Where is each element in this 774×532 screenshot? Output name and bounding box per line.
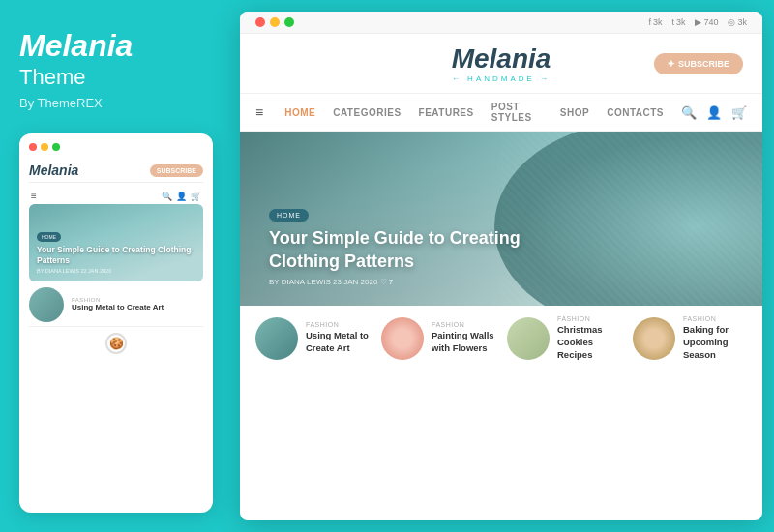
dot-yellow [41,143,48,151]
social-instagram[interactable]: ◎ 3k [728,17,747,27]
mobile-post-thumbnail [29,287,64,322]
nav-item-contacts[interactable]: CONTACTS [607,107,664,118]
mobile-hero-author: BY DIANA LEWIS 22 JAN 2020 [37,268,195,274]
nav-item-home[interactable]: HOME [284,107,315,118]
social-twitter[interactable]: t 3k [671,17,685,27]
post-category-1: FASHION [306,321,370,328]
dot-green [52,143,60,151]
desktop-dot-green [284,17,294,27]
desktop-subscribe-button[interactable]: ✈ SUBSCRIBE [654,53,743,74]
facebook-icon: f [648,17,651,27]
post-title-1: Using Metal to Create Art [306,330,370,355]
post-thumbnail-3 [507,317,550,360]
desktop-cart-icon[interactable]: 🛒 [731,105,747,120]
youtube-count: 740 [703,17,718,27]
desktop-nav-icons: 🔍 👤 🛒 [681,105,747,120]
desktop-post-card-2[interactable]: FASHION Painting Walls with Flowers [381,315,495,361]
post-thumbnail-2 [381,317,424,360]
post-info-3: FASHION Christmas Cookies Recipes [557,315,621,361]
desktop-post-card-1[interactable]: FASHION Using Metal to Create Art [255,315,370,361]
brand-subtitle: Theme [19,65,213,90]
mobile-nav-icons: 🔍 👤 🛒 [162,192,201,201]
post-thumbnail-1 [255,317,298,360]
desktop-hamburger-icon[interactable]: ≡ [255,104,263,120]
mobile-search-icon[interactable]: 🔍 [162,192,172,201]
desktop-posts-row: FASHION Using Metal to Create Art FASHIO… [240,306,762,370]
mobile-preview: Melania SUBSCRIBE ≡ 🔍 👤 🛒 HOME Your Simp… [19,133,213,513]
desktop-hero: HOME Your Simple Guide to Creating Cloth… [240,132,762,306]
mobile-cookie-area: 🍪 [29,333,203,354]
post-thumbnail-4 [633,317,675,360]
brand-by: By ThemeREX [19,96,213,110]
mobile-header: Melania SUBSCRIBE [29,159,203,183]
desktop-logo: Melania ← HANDMADE → [380,44,622,83]
desktop-hero-content: HOME Your Simple Guide to Creating Cloth… [269,204,579,286]
desktop-window-dots [255,17,294,27]
desktop-post-card-4[interactable]: FASHION Baking for Upcoming Season [633,315,747,361]
nav-item-features[interactable]: FEATURES [419,107,474,118]
desktop-search-icon[interactable]: 🔍 [681,105,697,120]
dot-red [29,143,37,151]
desktop-site-header: Melania ← HANDMADE → ✈ SUBSCRIBE [240,34,762,94]
brand-name: Melania [19,29,213,63]
desktop-user-icon[interactable]: 👤 [706,105,722,120]
mobile-window-dots [29,143,203,151]
desktop-dot-red [255,17,265,27]
left-panel: Melania Theme By ThemeREX Melania SUBSCR… [0,0,232,532]
desktop-home-badge: HOME [269,209,309,222]
post-category-4: FASHION [683,315,747,322]
mobile-user-icon[interactable]: 👤 [176,192,187,201]
mobile-post-item: FASHION Using Metal to Create Art [29,287,203,327]
desktop-hero-title: Your Simple Guide to Creating Clothing P… [269,227,579,273]
cookie-icon[interactable]: 🍪 [105,333,127,354]
mobile-cart-icon[interactable]: 🛒 [191,192,201,201]
desktop-dot-yellow [270,17,280,27]
post-title-4: Baking for Upcoming Season [683,324,747,361]
mobile-hero-content: HOME Your Simple Guide to Creating Cloth… [37,225,195,274]
desktop-logo-name: Melania [452,44,551,74]
mobile-hero-title: Your Simple Guide to Creating Clothing P… [37,245,195,266]
nav-item-categories[interactable]: CATEGORIES [333,107,401,118]
desktop-logo-tagline: ← HANDMADE → [452,74,551,83]
post-title-3: Christmas Cookies Recipes [557,324,621,361]
mobile-subscribe-button[interactable]: SUBSCRIBE [150,164,203,177]
mobile-hamburger-icon[interactable]: ≡ [31,191,37,201]
post-info-2: FASHION Painting Walls with Flowers [432,321,495,355]
post-category-2: FASHION [432,321,495,328]
instagram-count: 3k [737,17,747,27]
mobile-post-info: FASHION Using Metal to Create Art [72,297,203,312]
nav-item-shop[interactable]: SHOP [560,107,589,118]
desktop-nav: ≡ HOME CATEGORIES FEATURES POST STYLES S… [240,94,762,132]
desktop-preview: f 3k t 3k ▶ 740 ◎ 3k Melania ← HANDMADE … [240,12,762,520]
post-category-3: FASHION [557,315,621,322]
post-info-1: FASHION Using Metal to Create Art [306,321,370,355]
mobile-post-title: Using Metal to Create Art [72,303,203,312]
desktop-topbar: f 3k t 3k ▶ 740 ◎ 3k [240,12,762,34]
post-info-4: FASHION Baking for Upcoming Season [683,315,747,361]
mobile-hero: HOME Your Simple Guide to Creating Cloth… [29,204,203,281]
mobile-logo: Melania [29,163,78,178]
twitter-icon: t [671,17,674,27]
twitter-count: 3k [676,17,686,27]
mobile-home-badge: HOME [37,232,61,242]
facebook-count: 3k [653,17,663,27]
mobile-nav: ≡ 🔍 👤 🛒 [29,188,203,204]
right-panel: f 3k t 3k ▶ 740 ◎ 3k Melania ← HANDMADE … [232,0,774,532]
desktop-social-icons: f 3k t 3k ▶ 740 ◎ 3k [648,17,747,27]
desktop-post-card-3[interactable]: FASHION Christmas Cookies Recipes [507,315,621,361]
social-facebook[interactable]: f 3k [648,17,662,27]
social-youtube[interactable]: ▶ 740 [695,17,718,27]
post-title-2: Painting Walls with Flowers [432,330,495,355]
desktop-hero-author: BY DIANA LEWIS 23 JAN 2020 ♡ 7 [269,278,579,286]
instagram-icon: ◎ [728,17,735,27]
youtube-icon: ▶ [695,17,701,27]
nav-item-poststyles[interactable]: POST STYLES [491,102,543,123]
